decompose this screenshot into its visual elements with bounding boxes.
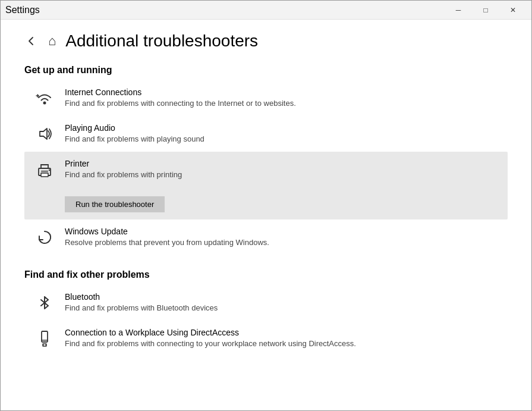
svg-point-6 xyxy=(49,170,50,171)
internet-connections-desc: Find and fix problems with connecting to… xyxy=(65,98,498,109)
svg-point-9 xyxy=(44,341,45,343)
printer-desc: Find and fix problems with printing xyxy=(65,170,498,180)
bluetooth-desc: Find and fix problems with Bluetooth dev… xyxy=(65,303,498,313)
svg-rect-3 xyxy=(41,171,48,172)
internet-connections-icon xyxy=(34,89,55,108)
main-panel: ⌂ Additional troubleshooters Get up and … xyxy=(1,20,531,411)
content-area: ⌂ Additional troubleshooters Get up and … xyxy=(1,20,531,411)
minimize-button[interactable]: ─ xyxy=(445,1,472,20)
windows-update-text: Windows Update Resolve problems that pre… xyxy=(65,227,498,248)
item-windows-update[interactable]: Windows Update Resolve problems that pre… xyxy=(24,219,508,255)
directaccess-desc: Find and fix problems with connecting to… xyxy=(65,338,498,349)
title-bar: Settings ─ □ ✕ xyxy=(1,1,531,20)
maximize-button[interactable]: □ xyxy=(472,1,499,20)
run-troubleshooter-button[interactable]: Run the troubleshooter xyxy=(65,196,165,212)
svg-marker-1 xyxy=(40,128,47,139)
playing-audio-icon xyxy=(34,124,55,143)
home-icon: ⌂ xyxy=(48,33,56,49)
section-title-find-fix: Find and fix other problems xyxy=(24,269,508,280)
close-button[interactable]: ✕ xyxy=(499,1,527,20)
item-directaccess[interactable]: Connection to a Workplace Using DirectAc… xyxy=(24,321,508,356)
section-find-fix-other: Find and fix other problems Bluetooth Fi… xyxy=(24,269,508,356)
windows-update-desc: Resolve problems that prevent you from u… xyxy=(65,237,498,248)
directaccess-icon xyxy=(34,329,55,348)
title-bar-controls: ─ □ ✕ xyxy=(445,1,527,20)
printer-title: Printer xyxy=(65,159,498,168)
item-playing-audio[interactable]: Playing Audio Find and fix problems with… xyxy=(24,116,508,152)
item-printer[interactable]: Printer Find and fix problems with print… xyxy=(24,152,508,219)
playing-audio-text: Playing Audio Find and fix problems with… xyxy=(65,123,498,145)
svg-point-0 xyxy=(43,102,46,105)
windows-update-title: Windows Update xyxy=(65,227,498,236)
section-get-up-running: Get up and running Internet Connect xyxy=(24,65,508,255)
section-title-get-up-running: Get up and running xyxy=(24,65,508,76)
bluetooth-icon xyxy=(34,293,55,312)
directaccess-text: Connection to a Workplace Using DirectAc… xyxy=(65,328,498,349)
page-title: Additional troubleshooters xyxy=(65,32,258,51)
windows-update-icon xyxy=(34,228,55,247)
printer-text: Printer Find and fix problems with print… xyxy=(65,159,498,180)
bluetooth-title: Bluetooth xyxy=(65,292,498,302)
printer-item-top: Printer Find and fix problems with print… xyxy=(34,159,498,180)
back-button[interactable] xyxy=(24,34,39,48)
item-bluetooth[interactable]: Bluetooth Find and fix problems with Blu… xyxy=(24,285,508,321)
internet-connections-title: Internet Connections xyxy=(65,87,498,97)
internet-connections-text: Internet Connections Find and fix proble… xyxy=(65,87,498,109)
title-bar-left: Settings xyxy=(5,5,40,15)
item-internet-connections[interactable]: Internet Connections Find and fix proble… xyxy=(24,80,508,116)
page-header: ⌂ Additional troubleshooters xyxy=(24,32,508,51)
bluetooth-text: Bluetooth Find and fix problems with Blu… xyxy=(65,292,498,313)
svg-rect-5 xyxy=(41,173,48,177)
playing-audio-title: Playing Audio xyxy=(65,123,498,133)
printer-icon xyxy=(34,160,55,179)
title-bar-title: Settings xyxy=(5,5,40,15)
playing-audio-desc: Find and fix problems with playing sound xyxy=(65,134,498,145)
back-icon xyxy=(27,36,36,46)
directaccess-title: Connection to a Workplace Using DirectAc… xyxy=(65,328,498,337)
